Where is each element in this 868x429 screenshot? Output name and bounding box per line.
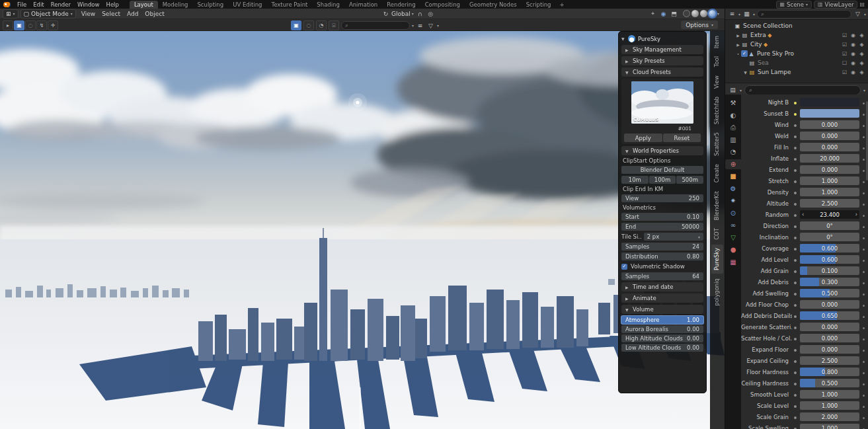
animate-decorator-icon[interactable] — [861, 380, 867, 387]
volumetric-shadow-row[interactable]: ✓ Volumetric Shadow — [621, 262, 703, 270]
workspace-tab-animation[interactable]: Animation — [344, 1, 382, 9]
exclude-checkbox-icon[interactable]: ☐ — [840, 60, 849, 66]
add-workspace-button[interactable]: + — [556, 1, 567, 8]
show-cameras-icon[interactable]: ◔ — [316, 20, 327, 30]
viewport-menu-add[interactable]: Add — [124, 11, 141, 17]
solid-shading-icon[interactable] — [691, 10, 699, 17]
overlays-toggle-icon[interactable]: ◉ — [659, 10, 668, 18]
keyframe-dot-icon[interactable] — [792, 380, 799, 387]
value-slider[interactable]: 1.000 — [800, 390, 859, 399]
animate-decorator-icon[interactable] — [861, 346, 867, 353]
volumetrics-samples-slider[interactable]: Samples24 — [621, 243, 703, 251]
viewlayer-selector[interactable]: ▥ViewLayer — [814, 1, 857, 9]
animate-decorator-icon[interactable] — [861, 369, 867, 375]
keyframe-dot-icon[interactable] — [792, 324, 799, 331]
properties-tab-scene-icon[interactable]: ◔ — [727, 147, 740, 157]
blender-default-button[interactable]: Blender Default — [621, 166, 703, 174]
exclude-checkbox-icon[interactable]: ☑ — [840, 32, 849, 38]
section-volume[interactable]: ▼Volume — [621, 305, 703, 314]
properties-tab-output-icon[interactable]: ⎙ — [727, 122, 740, 132]
value-slider[interactable]: 0.800 — [800, 368, 859, 376]
increment-arrow-icon[interactable]: › — [855, 210, 857, 219]
npanel-tab-tool[interactable]: Tool — [711, 53, 723, 71]
workspace-tab-modeling[interactable]: Modeling — [158, 1, 193, 9]
viewport-3d[interactable]: ItemToolViewSketchfabScatter5CreateBlend… — [0, 30, 725, 429]
value-slider[interactable]: 1.000 — [800, 424, 859, 429]
value-slider[interactable]: 1.000 — [800, 401, 859, 410]
value-slider[interactable]: 0.000 — [800, 165, 859, 174]
volumetrics-distribution-slider[interactable]: Distribution0.80 — [621, 253, 703, 260]
value-slider[interactable]: 0.000 — [800, 143, 859, 151]
value-slider[interactable]: 0.000 — [800, 300, 859, 309]
outliner-row-extra[interactable]: ▶▤Extra◆☑◉◈ — [725, 30, 868, 40]
npanel-tab-item[interactable]: Item — [711, 32, 723, 52]
show-objects-icon[interactable]: ▣ — [291, 20, 301, 30]
expand-arrow-icon[interactable]: ▶ — [735, 33, 741, 38]
section-animate[interactable]: ▶Animate — [621, 293, 703, 303]
value-slider[interactable]: 0° — [800, 221, 859, 230]
properties-tab-data-icon[interactable]: ▽ — [727, 233, 740, 243]
animate-decorator-icon[interactable] — [861, 403, 867, 409]
value-slider[interactable]: 1.000 — [800, 188, 859, 196]
animate-decorator-icon[interactable] — [861, 391, 867, 398]
section-sky-presets[interactable]: ▶Sky Presets — [621, 56, 703, 65]
expand-arrow-icon[interactable]: ▶ — [735, 42, 741, 47]
value-slider[interactable]: 0.500 — [800, 289, 859, 297]
viewport-menu-view[interactable]: View — [78, 11, 99, 17]
volumetrics-start-slider[interactable]: Start0.10 — [621, 213, 703, 221]
npanel-tab-puresky[interactable]: PureSky — [711, 245, 723, 274]
puresky-panel-header[interactable]: ▼ PureSky — [621, 34, 703, 43]
properties-tab-view-layer-icon[interactable]: ▥ — [727, 135, 740, 145]
camera-icon[interactable]: ◈ — [857, 51, 866, 57]
cloud-preset-preview[interactable]: CUMULUS — [631, 81, 693, 124]
keyframe-dot-icon[interactable] — [792, 122, 799, 128]
properties-tab-material-icon[interactable]: ● — [727, 245, 740, 254]
animate-decorator-icon[interactable] — [861, 301, 867, 308]
keyframe-dot-icon[interactable] — [792, 99, 799, 106]
mode-selector[interactable]: ▢Object Mode▾ — [20, 9, 76, 19]
value-slider[interactable]: 2.000 — [800, 412, 859, 421]
keyframe-dot-icon[interactable] — [792, 403, 799, 409]
animate-decorator-icon[interactable] — [861, 234, 867, 241]
keyframe-dot-icon[interactable] — [792, 223, 799, 229]
xray-toggle-icon[interactable]: ⬒ — [670, 10, 678, 18]
value-slider[interactable]: 0° — [800, 233, 859, 241]
color-field[interactable] — [800, 98, 859, 106]
value-slider[interactable]: 20.000 — [800, 154, 859, 163]
keyframe-dot-icon[interactable] — [792, 290, 799, 297]
properties-tab-particles-icon[interactable]: ✷ — [727, 196, 740, 206]
volumetrics-end-slider[interactable]: End50000 — [621, 223, 703, 231]
proportional-editing-icon[interactable]: ◎ — [426, 10, 435, 18]
animate-decorator-icon[interactable] — [861, 414, 867, 420]
transform-orientation[interactable]: ↻ Global ▾ — [381, 10, 414, 18]
section-cloud-presets[interactable]: ▼Cloud Presets — [621, 67, 703, 77]
volume-high-altitude-clouds-slider[interactable]: High Altitude Clouds0.00 — [621, 334, 703, 342]
animate-decorator-icon[interactable] — [861, 425, 867, 429]
keyframe-dot-icon[interactable] — [792, 200, 799, 207]
npanel-tab-scatter5[interactable]: Scatter5 — [711, 129, 723, 159]
list-options-icon[interactable]: ≡ — [416, 22, 424, 30]
workspace-tab-uv-editing[interactable]: UV Editing — [228, 1, 266, 9]
properties-tab-constraints-icon[interactable]: ∞ — [727, 220, 740, 230]
shadow-samples-slider[interactable]: Samples64 — [621, 272, 703, 280]
outliner-filter-icon[interactable]: ▦ — [742, 10, 751, 18]
workspace-tab-rendering[interactable]: Rendering — [382, 1, 420, 9]
keyframe-dot-icon[interactable] — [792, 144, 799, 151]
animate-decorator-icon[interactable] — [861, 268, 867, 274]
value-slider[interactable]: 0.000 — [800, 334, 859, 342]
viewport-menu-object[interactable]: Object — [141, 11, 167, 17]
keyframe-dot-icon[interactable] — [792, 313, 799, 319]
value-slider[interactable]: 0.300 — [800, 278, 859, 286]
value-slider[interactable]: 0.000 — [800, 132, 859, 140]
properties-tab-world-icon[interactable]: ⊕ — [725, 159, 741, 169]
select-lasso-tool-icon[interactable]: ↯ — [36, 20, 47, 30]
material-preview-icon[interactable] — [700, 10, 707, 17]
npanel-tab-create[interactable]: Create — [711, 161, 723, 186]
keyframe-dot-icon[interactable] — [792, 425, 799, 429]
workspace-tab-layout[interactable]: Layout — [130, 1, 158, 9]
npanel-tab-view[interactable]: View — [711, 72, 723, 92]
value-slider[interactable]: 0.000 — [800, 345, 859, 354]
keyframe-dot-icon[interactable] — [792, 414, 799, 420]
keyframe-dot-icon[interactable] — [792, 234, 799, 241]
workspace-tab-sculpting[interactable]: Sculpting — [192, 1, 228, 9]
